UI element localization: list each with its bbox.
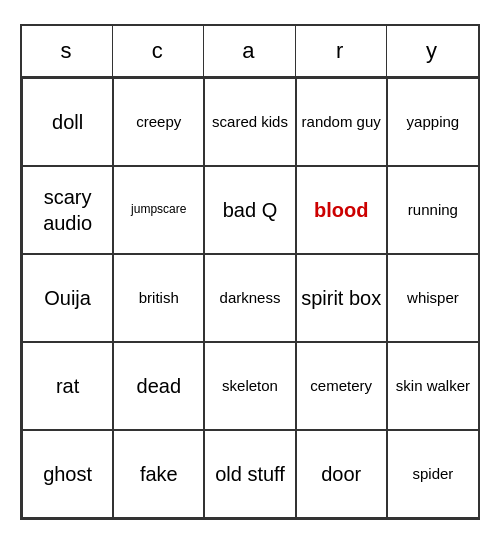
bingo-cell-9[interactable]: running (387, 166, 478, 254)
bingo-cell-22[interactable]: old stuff (204, 430, 295, 518)
bingo-card: scary dollcreepyscared kidsrandom guyyap… (20, 24, 480, 520)
bingo-cell-0[interactable]: doll (22, 78, 113, 166)
bingo-cell-1[interactable]: creepy (113, 78, 204, 166)
bingo-cell-12[interactable]: darkness (204, 254, 295, 342)
bingo-cell-7[interactable]: bad Q (204, 166, 295, 254)
bingo-cell-14[interactable]: whisper (387, 254, 478, 342)
bingo-cell-20[interactable]: ghost (22, 430, 113, 518)
bingo-cell-10[interactable]: Ouija (22, 254, 113, 342)
bingo-cell-3[interactable]: random guy (296, 78, 387, 166)
bingo-cell-24[interactable]: spider (387, 430, 478, 518)
bingo-cell-4[interactable]: yapping (387, 78, 478, 166)
bingo-cell-19[interactable]: skin walker (387, 342, 478, 430)
bingo-cell-5[interactable]: scary audio (22, 166, 113, 254)
bingo-cell-13[interactable]: spirit box (296, 254, 387, 342)
bingo-cell-8[interactable]: blood (296, 166, 387, 254)
bingo-cell-16[interactable]: dead (113, 342, 204, 430)
header-letter-r: r (296, 26, 387, 76)
bingo-cell-11[interactable]: british (113, 254, 204, 342)
bingo-cell-2[interactable]: scared kids (204, 78, 295, 166)
bingo-cell-6[interactable]: jumpscare (113, 166, 204, 254)
header-letter-c: c (113, 26, 204, 76)
bingo-cell-21[interactable]: fake (113, 430, 204, 518)
bingo-cell-17[interactable]: skeleton (204, 342, 295, 430)
bingo-header: scary (22, 26, 478, 78)
bingo-cell-15[interactable]: rat (22, 342, 113, 430)
header-letter-a: a (204, 26, 295, 76)
bingo-cell-18[interactable]: cemetery (296, 342, 387, 430)
header-letter-s: s (22, 26, 113, 76)
bingo-grid: dollcreepyscared kidsrandom guyyappingsc… (22, 78, 478, 518)
header-letter-y: y (387, 26, 478, 76)
bingo-cell-23[interactable]: door (296, 430, 387, 518)
